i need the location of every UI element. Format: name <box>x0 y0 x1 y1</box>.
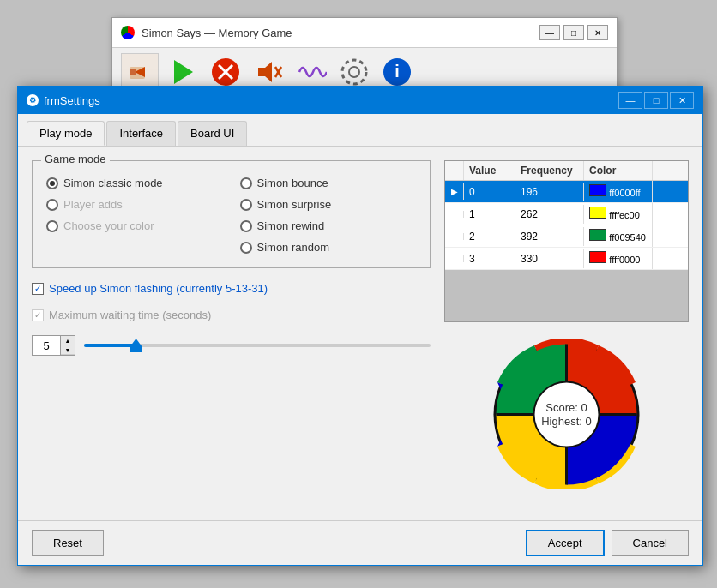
bg-titlebar-left: Simon Says — Memory Game <box>121 26 292 39</box>
svg-marker-7 <box>258 62 272 82</box>
swatch-3 <box>589 251 606 263</box>
settings-dialog: ⚙ frmSettings — □ ✕ Play mode Interface … <box>17 86 703 566</box>
game-mode-label: Game mode <box>41 153 110 165</box>
radio-classic-indicator <box>46 177 58 189</box>
radio-bounce-indicator <box>240 177 252 189</box>
slider-fill <box>84 344 136 347</box>
svg-point-10 <box>349 67 359 77</box>
radio-simon-rewind[interactable]: Simon rewind <box>240 219 417 232</box>
td-color-2: ff009540 <box>584 225 653 247</box>
dialog-controls[interactable]: — □ ✕ <box>618 92 694 109</box>
cancel-button[interactable]: Cancel <box>612 530 689 556</box>
radio-simon-bounce[interactable]: Simon bounce <box>240 177 417 189</box>
td-value-1: 1 <box>464 205 515 224</box>
td-frequency-3: 330 <box>515 249 584 268</box>
dialog-title: frmSettings <box>44 94 100 107</box>
spinner-up-button[interactable]: ▲ <box>61 336 75 345</box>
radio-color-label: Choose your color <box>63 219 154 232</box>
td-arrow-2 <box>445 233 464 240</box>
highest-text: Highest: 0 <box>541 415 592 428</box>
dialog-footer: Reset Accept Cancel <box>18 520 702 565</box>
td-frequency-0: 196 <box>515 183 584 201</box>
td-frequency-1: 262 <box>515 205 584 224</box>
waiting-checkbox[interactable]: ✓ <box>32 309 44 321</box>
svg-rect-2 <box>130 69 136 75</box>
dialog-close-button[interactable]: ✕ <box>670 92 694 109</box>
tab-interface[interactable]: Interface <box>106 121 176 146</box>
table-empty-area <box>445 270 688 321</box>
svg-text:i: i <box>395 62 400 81</box>
simon-says-icon <box>121 26 135 39</box>
dialog-restore-button[interactable]: □ <box>644 92 668 109</box>
spinner-input[interactable] <box>33 336 60 355</box>
color-value-3: ffff0000 <box>609 255 640 265</box>
radio-random-indicator <box>240 242 252 254</box>
radio-simon-surprise[interactable]: Simon surprise <box>240 198 417 211</box>
bg-window-controls[interactable]: — □ ✕ <box>539 25 608 40</box>
dialog-minimize-button[interactable]: — <box>618 92 642 109</box>
tab-play-mode[interactable]: Play mode <box>27 121 105 146</box>
radio-choose-color[interactable]: Choose your color <box>46 219 223 232</box>
table-row-2[interactable]: 2 392 ff009540 <box>445 225 688 248</box>
dialog-content: Game mode Simon classic mode Simon bounc… <box>18 147 702 539</box>
radio-rewind-label: Simon rewind <box>257 219 325 232</box>
table-row-3[interactable]: 3 330 ffff0000 <box>445 248 688 270</box>
dialog-titlebar: ⚙ frmSettings — □ ✕ <box>18 87 702 114</box>
th-arrow <box>445 161 464 180</box>
swatch-1 <box>589 207 606 219</box>
radio-simon-classic[interactable]: Simon classic mode <box>46 177 223 189</box>
tab-board-ui[interactable]: Board UI <box>178 121 247 146</box>
svg-marker-3 <box>174 60 193 84</box>
radio-player-adds[interactable]: Player adds <box>46 198 223 211</box>
speed-checkbox-row[interactable]: ✓ Speed up Simon flashing (currently 5-1… <box>32 282 431 295</box>
color-table: Value Frequency Color ▶ 0 196 ff0000ff 1 <box>444 160 689 322</box>
reset-button[interactable]: Reset <box>32 530 104 556</box>
td-arrow-3 <box>445 255 464 262</box>
td-value-3: 3 <box>464 249 515 268</box>
td-color-1: ffffec00 <box>584 203 653 225</box>
spinner-down-button[interactable]: ▼ <box>61 345 75 355</box>
radio-simon-random[interactable]: Simon random <box>240 241 417 254</box>
swatch-0 <box>589 184 606 196</box>
left-panel: Game mode Simon classic mode Simon bounc… <box>32 160 431 525</box>
th-frequency: Frequency <box>515 161 584 180</box>
radio-bounce-label: Simon bounce <box>257 177 328 189</box>
svg-point-11 <box>342 60 366 84</box>
swatch-2 <box>589 229 606 241</box>
tab-bar: Play mode Interface Board UI <box>18 114 702 147</box>
td-color-3: ffff0000 <box>584 248 653 269</box>
radio-player-indicator <box>46 199 58 211</box>
spinner[interactable]: ▲ ▼ <box>32 335 75 356</box>
radio-surprise-label: Simon surprise <box>257 198 332 211</box>
accept-button[interactable]: Accept <box>526 530 605 556</box>
dialog-title-left: ⚙ frmSettings <box>27 94 100 107</box>
td-value-2: 2 <box>464 227 515 246</box>
slider-track[interactable] <box>84 344 431 347</box>
table-header: Value Frequency Color <box>445 161 688 181</box>
waiting-checkbox-row: ✓ Maximum waiting time (seconds) <box>32 309 431 321</box>
td-value-0: 0 <box>464 183 515 201</box>
waiting-checkbox-label: Maximum waiting time (seconds) <box>49 309 211 321</box>
footer-right-buttons: Accept Cancel <box>526 530 689 556</box>
th-color: Color <box>584 161 653 180</box>
simon-wheel: Score: 0 Highest: 0 <box>491 339 642 489</box>
td-arrow-1 <box>445 211 464 218</box>
td-color-0: ff0000ff <box>584 181 653 202</box>
bg-minimize-button[interactable]: — <box>539 25 560 40</box>
table-row-0[interactable]: ▶ 0 196 ff0000ff <box>445 181 688 203</box>
radio-grid: Simon classic mode Simon bounce Player a… <box>46 177 416 254</box>
bg-restore-button[interactable]: □ <box>563 25 584 40</box>
td-arrow-0: ▶ <box>445 183 464 200</box>
bg-close-button[interactable]: ✕ <box>587 25 608 40</box>
radio-surprise-indicator <box>240 199 252 211</box>
radio-color-indicator <box>46 220 58 232</box>
spinner-buttons[interactable]: ▲ ▼ <box>60 336 75 355</box>
slider-thumb[interactable] <box>130 339 142 352</box>
bg-window-title: Simon Says — Memory Game <box>142 27 292 39</box>
bg-titlebar: Simon Says — Memory Game — □ ✕ <box>112 18 617 48</box>
radio-classic-label: Simon classic mode <box>63 177 163 189</box>
color-value-0: ff0000ff <box>609 188 640 198</box>
table-row-1[interactable]: 1 262 ffffec00 <box>445 203 688 225</box>
right-panel: Value Frequency Color ▶ 0 196 ff0000ff 1 <box>444 160 689 525</box>
speed-checkbox[interactable]: ✓ <box>32 283 44 295</box>
